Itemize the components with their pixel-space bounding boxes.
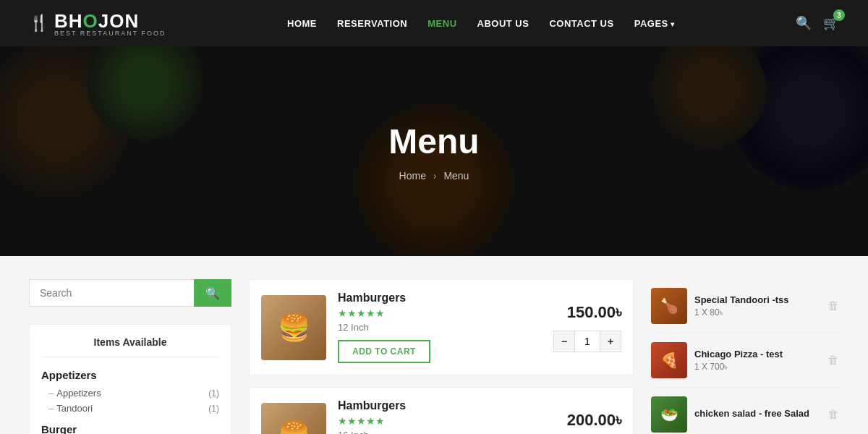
product-stars-1: ★★★★★: [338, 307, 542, 319]
cart-delete-1[interactable]: 🗑: [827, 299, 839, 312]
items-available-section: Items Available Appetizers –Appetizers (…: [29, 324, 231, 434]
product-image-2: 🍔: [261, 403, 326, 435]
cart-badge: 3: [833, 9, 845, 21]
product-price-2: 200.00৳: [567, 411, 621, 430]
cart-item-1: 🍗 Special Tandoori -tss 1 X 80৳ 🗑: [651, 279, 839, 333]
add-to-cart-button-1[interactable]: ADD TO CART: [338, 340, 430, 363]
product-stars-2: ★★★★★: [338, 415, 542, 427]
search-button[interactable]: 🔍: [194, 279, 231, 307]
cart-item-qty-2: 1 X 700৳: [694, 362, 820, 372]
products-area: 🍔 Hamburgers ★★★★★ 12 Inch ADD TO CART 1…: [249, 279, 634, 434]
nav-reservation[interactable]: RESERVATION: [337, 18, 407, 29]
sidebar: 🔍 Items Available Appetizers –Appetizers…: [29, 279, 231, 434]
sub-appetizers[interactable]: –Appetizers (1): [41, 386, 219, 401]
product-card-1: 🍔 Hamburgers ★★★★★ 12 Inch ADD TO CART 1…: [249, 279, 634, 375]
product-info-1: Hamburgers ★★★★★ 12 Inch ADD TO CART: [338, 292, 542, 363]
qty-control-1: − +: [553, 331, 621, 352]
qty-minus-1[interactable]: −: [554, 331, 574, 352]
breadcrumb-home[interactable]: Home: [399, 170, 426, 182]
cart-delete-3[interactable]: 🗑: [827, 408, 839, 421]
qty-input-1[interactable]: [574, 331, 600, 352]
cart-item-img-3: 🥗: [651, 396, 687, 433]
logo[interactable]: 🍴 BHOJON BEST RESTAURANT FOOD: [29, 10, 166, 37]
category-appetizers[interactable]: Appetizers: [41, 369, 219, 381]
cart-item-name-2: Chicago Pizza - test: [694, 349, 820, 361]
cart-item-name-3: chicken salad - free Salad: [694, 408, 820, 420]
logo-icon: 🍴: [29, 14, 48, 33]
cart-item-img-1: 🍗: [651, 288, 687, 324]
product-size-2: 16 Inch: [338, 430, 542, 434]
search-icon[interactable]: 🔍: [796, 15, 812, 31]
nav-contact[interactable]: CONTACT US: [549, 18, 613, 29]
product-size-1: 12 Inch: [338, 322, 542, 333]
items-available-title: Items Available: [41, 336, 219, 357]
cart-item-qty-1: 1 X 80৳: [694, 307, 820, 318]
qty-plus-1[interactable]: +: [600, 331, 621, 352]
cart-item-name-1: Special Tandoori -tss: [694, 294, 820, 307]
product-price-1: 150.00৳: [567, 303, 621, 322]
breadcrumb-current: Menu: [443, 170, 469, 182]
logo-sub: BEST RESTAURANT FOOD: [54, 30, 166, 37]
breadcrumb: Home › Menu: [388, 170, 479, 182]
cart-icon-wrapper[interactable]: 🛒 3: [823, 15, 839, 31]
cart-item-info-1: Special Tandoori -tss 1 X 80৳: [694, 294, 820, 318]
cart-delete-2[interactable]: 🗑: [827, 354, 839, 367]
hero-title: Menu: [388, 122, 479, 161]
search-btn-icon: 🔍: [205, 287, 220, 299]
cart-item-icon-2: 🍕: [660, 352, 678, 369]
product-info-2: Hamburgers ★★★★★ 16 Inch ADD TO CART: [338, 399, 542, 434]
nav-home[interactable]: HOME: [287, 18, 317, 29]
category-burger[interactable]: Burger: [41, 423, 219, 434]
main-content: 🔍 Items Available Appetizers –Appetizers…: [0, 256, 868, 434]
cart-item-icon-3: 🥗: [660, 406, 678, 423]
cart-item-3: 🥗 chicken salad - free Salad 🗑: [651, 388, 839, 434]
nav-menu[interactable]: MENU: [427, 18, 456, 29]
header: 🍴 BHOJON BEST RESTAURANT FOOD HOME RESER…: [0, 0, 868, 46]
header-icons: 🔍 🛒 3: [796, 15, 839, 31]
product-card-2: 🍔 Hamburgers ★★★★★ 16 Inch ADD TO CART 2…: [249, 387, 634, 434]
nav-about[interactable]: ABOUT US: [477, 18, 529, 29]
hero-content: Menu Home › Menu: [388, 122, 479, 182]
cart-item-2: 🍕 Chicago Pizza - test 1 X 700৳ 🗑: [651, 333, 839, 388]
search-row: 🔍: [29, 279, 231, 307]
cart-sidebar: 🍗 Special Tandoori -tss 1 X 80৳ 🗑 🍕 Chic…: [651, 279, 839, 434]
hero-section: Menu Home › Menu: [0, 46, 868, 256]
cart-item-info-2: Chicago Pizza - test 1 X 700৳: [694, 349, 820, 373]
product-price-area-2: 200.00৳ − +: [553, 411, 621, 435]
product-name-2: Hamburgers: [338, 399, 542, 412]
search-input[interactable]: [29, 279, 194, 307]
breadcrumb-sep: ›: [433, 170, 437, 182]
product-price-area-1: 150.00৳ − +: [553, 303, 621, 352]
cart-item-img-2: 🍕: [651, 342, 687, 378]
sub-tandoori[interactable]: –Tandoori (1): [41, 401, 219, 416]
product-image-1: 🍔: [261, 295, 326, 360]
cart-item-info-3: chicken salad - free Salad: [694, 408, 820, 422]
nav-pages[interactable]: PAGES: [634, 18, 675, 29]
main-nav: HOME RESERVATION MENU ABOUT US CONTACT U…: [287, 18, 675, 29]
product-name-1: Hamburgers: [338, 292, 542, 305]
cart-item-icon-1: 🍗: [660, 297, 678, 315]
